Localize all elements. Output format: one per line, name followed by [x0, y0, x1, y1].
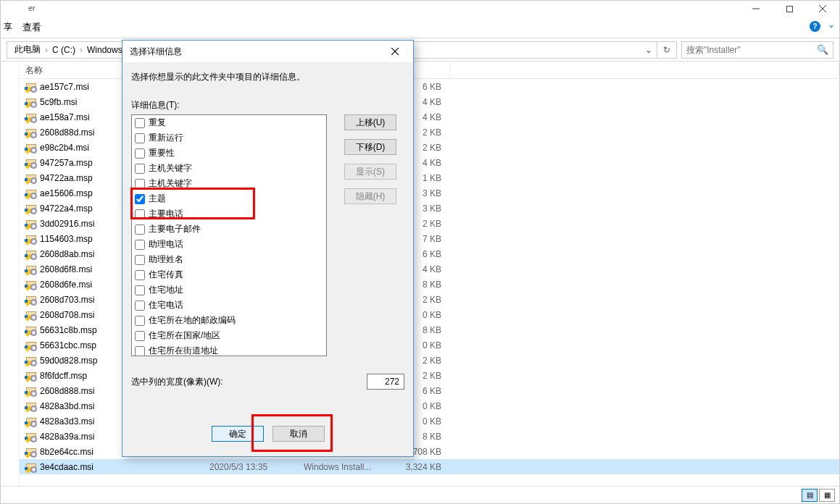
detail-label: 重要性	[149, 147, 175, 159]
titlebar: er	[1, 1, 839, 17]
ribbon-expand-icon[interactable]: ⌄	[828, 20, 835, 30]
installer-icon	[25, 309, 37, 321]
detail-item[interactable]: 住宅地址	[132, 282, 326, 298]
installer-icon	[25, 355, 37, 366]
minimize-button[interactable]	[739, 1, 773, 17]
detail-item[interactable]: 住宅电话	[132, 298, 326, 313]
detail-checkbox[interactable]	[135, 255, 145, 265]
detail-item[interactable]: 助理姓名	[132, 252, 326, 267]
detail-item[interactable]: 重复	[132, 115, 326, 130]
detail-checkbox[interactable]	[135, 316, 145, 326]
ok-button[interactable]: 确定	[212, 426, 264, 442]
minimize-icon	[752, 5, 760, 12]
close-icon	[819, 5, 826, 12]
detail-checkbox[interactable]	[135, 148, 145, 159]
search-box[interactable]: 🔍	[681, 41, 833, 59]
breadcrumb-seg-c[interactable]: C (C:)	[49, 45, 78, 55]
detail-checkbox[interactable]	[135, 346, 145, 356]
detail-label: 主机关键字	[149, 162, 192, 175]
installer-icon	[25, 157, 37, 169]
help-button[interactable]: ?	[810, 21, 820, 32]
detail-item[interactable]: 主机关键字	[132, 176, 326, 191]
detail-item[interactable]: 住宅所在地的邮政编码	[132, 313, 326, 328]
detail-list[interactable]: 重复重新运行重要性主机关键字主机关键字主题主要电话主要电子邮件助理电话助理姓名住…	[131, 114, 327, 356]
installer-icon	[25, 370, 37, 382]
detail-item[interactable]: 住宅传真	[132, 267, 326, 282]
menu-fragment: 享	[4, 21, 12, 33]
installer-icon	[25, 188, 37, 199]
detail-label: 助理姓名	[149, 253, 183, 266]
detail-label: 主要电子邮件	[149, 223, 201, 235]
dialog-title: 选择详细信息	[130, 46, 182, 58]
detail-checkbox[interactable]	[135, 133, 145, 143]
installer-icon	[25, 127, 37, 138]
detail-checkbox[interactable]	[135, 164, 145, 174]
detail-label: 住宅所在地的邮政编码	[149, 314, 236, 327]
breadcrumb[interactable]: 此电脑 › C (C:) › Windows	[7, 41, 125, 59]
detail-item[interactable]: 主机关键字	[132, 161, 326, 176]
installer-icon	[25, 233, 37, 245]
chevron-right-icon: ›	[43, 45, 49, 55]
width-input[interactable]	[367, 374, 404, 390]
menubar: 享 查看 ⌄ ?	[1, 17, 839, 38]
detail-checkbox[interactable]	[135, 240, 145, 250]
detail-label: 住宅电话	[149, 299, 183, 311]
hide-button[interactable]: 隐藏(H)	[344, 188, 396, 204]
search-input[interactable]	[686, 45, 814, 55]
detail-item[interactable]: 住宅所在国家/地区	[132, 328, 326, 343]
detail-label: 主要电话	[149, 208, 183, 220]
detail-item[interactable]: 助理电话	[132, 237, 326, 252]
detail-item[interactable]: 主要电子邮件	[132, 222, 326, 237]
installer-icon	[25, 248, 37, 260]
maximize-icon	[786, 6, 793, 12]
window-controls	[739, 1, 839, 17]
detail-item[interactable]: 重新运行	[132, 130, 326, 146]
search-icon[interactable]: 🔍	[817, 44, 828, 55]
detail-label: 主机关键字	[149, 177, 192, 190]
detail-item[interactable]: 主题	[132, 191, 326, 206]
detail-label: 住宅地址	[149, 284, 183, 296]
detail-label: 住宅所在国家/地区	[149, 329, 220, 342]
detail-checkbox[interactable]	[135, 179, 145, 189]
dialog-close-button[interactable]	[384, 41, 406, 62]
choose-details-dialog: 选择详细信息 选择你想显示的此文件夹中项目的详细信息。 详细信息(T): 重复重…	[122, 40, 414, 457]
detail-checkbox[interactable]	[135, 301, 145, 311]
detail-checkbox[interactable]	[135, 209, 145, 219]
detail-checkbox[interactable]	[135, 285, 145, 295]
detail-item[interactable]: 主要电话	[132, 206, 326, 222]
side-buttons: 上移(U) 下移(D) 显示(S) 隐藏(H)	[344, 114, 396, 204]
move-down-button[interactable]: 下移(D)	[344, 139, 396, 155]
address-right: ⌄ ↻ 🔍	[641, 41, 833, 59]
detail-item[interactable]: 住宅所在街道地址	[132, 343, 326, 356]
breadcrumb-seg-this-pc[interactable]: 此电脑	[12, 43, 43, 56]
installer-icon	[25, 294, 37, 306]
detail-checkbox[interactable]	[135, 331, 145, 341]
view-thumbnails-button[interactable]: ▦	[819, 489, 835, 502]
breadcrumb-seg-windows[interactable]: Windows	[84, 45, 125, 55]
move-up-button[interactable]: 上移(U)	[344, 114, 396, 130]
cancel-button[interactable]: 取消	[273, 426, 325, 442]
menu-view[interactable]: 查看	[22, 21, 41, 34]
installer-icon	[25, 340, 37, 351]
close-button[interactable]	[806, 1, 839, 17]
detail-label: 住宅传真	[149, 269, 183, 281]
refresh-button[interactable]: ↻	[657, 41, 677, 59]
file-date: 2020/5/3 13:35	[204, 462, 298, 472]
detail-checkbox[interactable]	[135, 270, 145, 280]
file-row[interactable]: 3e4cdaac.msi2020/5/3 13:35Windows Instal…	[20, 459, 839, 474]
dialog-titlebar[interactable]: 选择详细信息	[122, 41, 413, 62]
view-details-button[interactable]: ▤	[802, 489, 818, 502]
installer-icon	[25, 112, 37, 123]
show-button[interactable]: 显示(S)	[344, 164, 396, 180]
file-size: 3,324 KB	[392, 462, 450, 472]
detail-checkbox[interactable]	[135, 194, 145, 204]
detail-item[interactable]: 重要性	[132, 146, 326, 161]
detail-label: 助理电话	[149, 238, 183, 251]
installer-icon	[25, 400, 37, 412]
width-label: 选中列的宽度(像素)(W):	[131, 376, 223, 388]
address-history-chevron[interactable]: ⌄	[641, 41, 657, 59]
detail-checkbox[interactable]	[135, 118, 145, 128]
maximize-button[interactable]	[773, 1, 806, 17]
detail-checkbox[interactable]	[135, 224, 145, 235]
close-icon	[391, 48, 399, 55]
